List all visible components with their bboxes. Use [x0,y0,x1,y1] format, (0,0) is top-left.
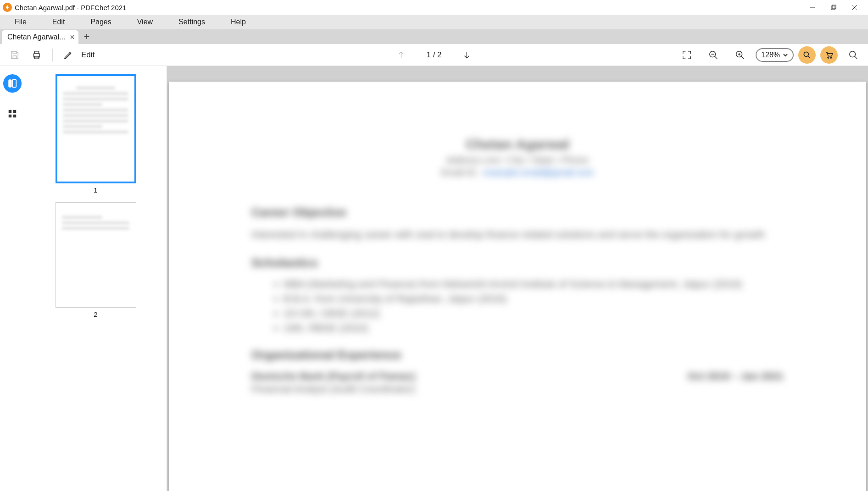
svg-rect-8 [34,56,39,59]
chevron-down-icon [783,52,788,58]
svg-line-12 [715,56,718,59]
find-button[interactable] [798,46,816,64]
tab-strip: Chetan Agarwal... × + [0,29,868,44]
svg-rect-5 [13,55,16,58]
svg-rect-2 [832,5,836,9]
doc-section2-title: Scholastics [251,256,784,270]
svg-line-19 [808,55,810,58]
cart-button[interactable] [820,46,838,64]
page-counter: 1 / 2 [426,50,441,60]
zoom-out-button[interactable] [705,47,722,63]
thumbnail-page-2[interactable] [56,202,136,308]
close-button[interactable] [844,0,865,14]
doc-edu-item: 10th, RBSE (2010) [284,322,784,334]
svg-rect-29 [13,115,16,117]
minimize-button[interactable] [802,0,823,14]
doc-email: example.email@gmail.com [484,167,594,177]
toolbar-divider [52,49,53,61]
pdf-page: Chetan Agarwal Address Line • City • Sta… [169,82,866,491]
doc-section1-body: Interested in challenging career with ze… [251,228,784,242]
thumbnail-content [62,213,130,255]
save-button[interactable] [6,47,23,63]
doc-edu-item: 10+2th, CBSE (2012) [284,308,784,320]
svg-point-21 [830,57,832,58]
search-button[interactable] [845,47,862,63]
svg-rect-1 [831,6,835,10]
doc-job-dates: Oct 2019 – Jan 2021 [688,370,784,382]
grid-view-toggle[interactable] [3,105,22,123]
doc-email-label: Email ID : [441,167,484,177]
doc-edu-item: MBA (Marketing and Finance) from Maharis… [284,278,784,290]
doc-contact: Address Line • City • State • Phone [251,155,784,166]
menu-help[interactable]: Help [218,16,259,28]
menu-file[interactable]: File [2,16,39,28]
prev-page-button[interactable] [394,48,408,62]
svg-line-23 [855,56,857,59]
workspace: 1 2 Chetan Agarwal Address Line • City •… [0,66,868,491]
titlebar: Chetan Agarwal.pdf - PDFChef 2021 [0,0,868,15]
new-tab-button[interactable]: + [80,30,93,43]
zoom-level-select[interactable]: 128% [756,48,794,62]
menu-edit[interactable]: Edit [39,16,78,28]
doc-job-role: Financial Analyst (Audit Coordinator) [251,382,784,397]
tab-label: Chetan Agarwal... [7,33,65,41]
side-rail [0,66,25,491]
next-page-button[interactable] [460,48,474,62]
menu-pages[interactable]: Pages [78,16,124,28]
svg-rect-27 [13,110,16,113]
thumbnail-1-number: 1 [94,186,97,194]
zoom-in-button[interactable] [732,47,748,63]
maximize-button[interactable] [823,0,844,14]
doc-section3-title: Organizational Experience [251,348,784,362]
svg-point-22 [850,51,856,57]
svg-rect-7 [34,51,39,54]
svg-rect-28 [9,115,11,117]
document-tab[interactable]: Chetan Agarwal... × [2,30,78,44]
thumbnail-2-number: 2 [94,310,97,318]
zoom-value: 128% [761,51,780,59]
svg-rect-25 [12,80,16,88]
edit-pencil-icon[interactable] [60,47,77,63]
svg-rect-24 [9,80,11,88]
doc-edu-item: B.B.A. from University of Rajasthan, Jai… [284,293,784,305]
svg-point-20 [828,57,829,58]
toolbar: Edit 1 / 2 128% [0,44,868,66]
page-viewer[interactable]: Chetan Agarwal Address Line • City • Sta… [167,66,868,491]
menu-settings[interactable]: Settings [166,16,218,28]
edit-mode-label[interactable]: Edit [81,50,95,60]
fullscreen-button[interactable] [679,47,695,63]
doc-job-company: Deutsche Bank (Payroll of Pamac) [251,370,415,382]
thumbnail-1-wrap: 1 [56,74,136,194]
thumbnail-2-wrap: 2 [56,202,136,318]
svg-line-15 [741,56,744,59]
right-toolbar-group: 128% [676,46,864,64]
thumbnails-panel-toggle[interactable] [3,74,22,93]
svg-rect-26 [9,110,11,113]
tab-close-icon[interactable]: × [70,33,75,41]
thumbnail-panel: 1 2 [25,66,167,491]
app-icon [3,3,12,12]
doc-section1-title: Career Objective [251,205,784,220]
window-title: Chetan Agarwal.pdf - PDFChef 2021 [15,4,126,11]
doc-name: Chetan Agarwal [251,137,784,152]
pdf-page-content: Chetan Agarwal Address Line • City • Sta… [251,137,784,397]
menu-view[interactable]: View [124,16,166,28]
thumbnail-page-1[interactable] [56,74,136,183]
print-button[interactable] [28,47,45,63]
page-navigation: 1 / 2 [394,48,473,62]
menubar: File Edit Pages View Settings Help [0,15,868,29]
thumbnail-content [63,84,128,174]
